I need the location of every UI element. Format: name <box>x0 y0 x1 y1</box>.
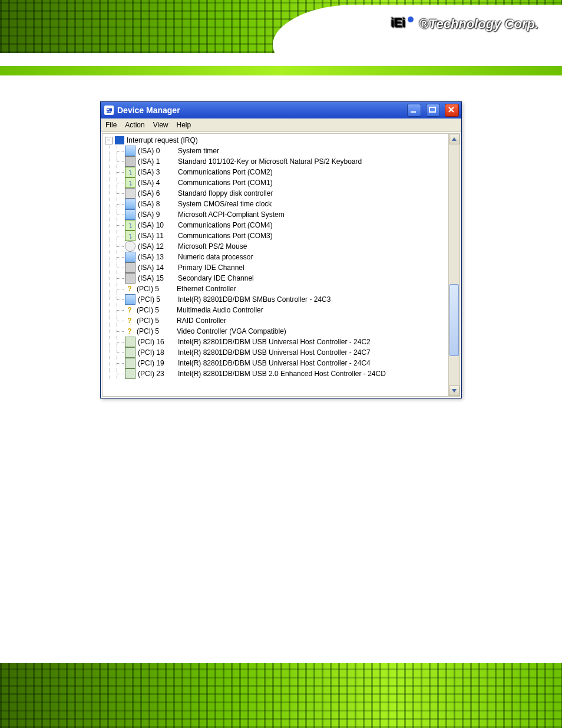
tree-item-bus: (PCI) 16 <box>138 338 178 346</box>
menu-view[interactable]: View <box>153 121 168 129</box>
tree-item-bus: (ISA) 1 <box>138 157 178 166</box>
tree-item-bus: (PCI) 5 <box>137 327 177 335</box>
device-tree[interactable]: − Interrupt request (IRQ) (ISA) 0System … <box>103 134 448 396</box>
device-icon <box>125 241 135 252</box>
tree-item-label: Communications Port (COM2) <box>178 168 273 176</box>
device-icon <box>125 273 135 284</box>
tree-item-bus: (PCI) 5 <box>138 295 178 304</box>
tree-item-bus: (ISA) 15 <box>138 274 178 282</box>
scroll-up-button[interactable] <box>449 134 459 144</box>
tree-item[interactable]: (ISA) 6Standard floppy disk controller <box>105 188 448 199</box>
menu-action[interactable]: Action <box>125 121 144 129</box>
tree-item[interactable]: ?(PCI) 5Video Controller (VGA Compatible… <box>105 326 448 337</box>
device-manager-window: 🖳 Device Manager File Action View Help −… <box>100 101 462 398</box>
tree-item[interactable]: (PCI) 23Intel(R) 82801DB/DBM USB 2.0 Enh… <box>105 368 448 379</box>
brand-block: ®Technology Corp. <box>389 14 538 34</box>
tree-item-label: Intel(R) 82801DB/DBM SMBus Controller - … <box>178 295 330 304</box>
tree-item[interactable]: (PCI) 16Intel(R) 82801DB/DBM USB Univers… <box>105 337 448 347</box>
warning-icon: ? <box>125 327 134 336</box>
tree-item-bus: (ISA) 0 <box>138 147 178 155</box>
tree-item-bus: (ISA) 8 <box>138 200 178 208</box>
scroll-track[interactable] <box>449 144 459 386</box>
tree-item-label: Standard 101/102-Key or Microsoft Natura… <box>178 157 362 166</box>
tree-item[interactable]: ?(PCI) 5Ethernet Controller <box>105 284 448 294</box>
tree-item-bus: (ISA) 3 <box>138 168 178 176</box>
tree-item-bus: (PCI) 5 <box>137 306 177 314</box>
tree-root-label: Interrupt request (IRQ) <box>127 136 198 144</box>
device-icon <box>125 347 135 358</box>
device-icon <box>125 252 135 262</box>
device-icon <box>125 167 135 177</box>
tree-item[interactable]: (ISA) 11Communications Port (COM3) <box>105 230 448 241</box>
tree-item-bus: (PCI) 23 <box>138 370 178 378</box>
window-titlebar[interactable]: 🖳 Device Manager <box>101 102 461 118</box>
tree-item-label: Communications Port (COM1) <box>178 179 273 187</box>
menubar: File Action View Help <box>101 118 461 132</box>
warning-icon: ? <box>125 316 134 325</box>
tree-item-bus: (ISA) 11 <box>138 232 178 240</box>
tree-item-label: Intel(R) 82801DB/DBM USB Universal Host … <box>178 338 371 346</box>
tree-item[interactable]: (ISA) 14Primary IDE Channel <box>105 262 448 273</box>
tree-item-label: Video Controller (VGA Compatible) <box>177 327 286 335</box>
tree-item[interactable]: (ISA) 3Communications Port (COM2) <box>105 167 448 177</box>
tree-item-bus: (ISA) 10 <box>138 221 178 229</box>
tree-item-label: Communications Port (COM4) <box>178 221 273 229</box>
scroll-down-button[interactable] <box>449 386 459 396</box>
device-icon <box>125 156 135 167</box>
tree-item-label: Microsoft ACPI-Compliant System <box>178 210 285 219</box>
device-manager-icon: 🖳 <box>104 106 114 115</box>
tree-item[interactable]: (ISA) 9Microsoft ACPI-Compliant System <box>105 209 448 220</box>
tree-item-label: Multimedia Audio Controller <box>177 306 263 314</box>
tree-item-label: Intel(R) 82801DB/DBM USB Universal Host … <box>178 348 371 357</box>
page-header-accent-bar <box>0 66 562 75</box>
tree-item-label: Communications Port (COM3) <box>178 232 273 240</box>
tree-item[interactable]: ?(PCI) 5RAID Controller <box>105 315 448 326</box>
svg-rect-1 <box>429 107 435 112</box>
tree-item[interactable]: (ISA) 10Communications Port (COM4) <box>105 220 448 230</box>
tree-item[interactable]: (PCI) 18Intel(R) 82801DB/DBM USB Univers… <box>105 347 448 358</box>
menu-help[interactable]: Help <box>177 121 191 129</box>
warning-icon: ? <box>125 284 134 294</box>
tree-item[interactable]: (ISA) 13Numeric data processor <box>105 252 448 262</box>
tree-item-label: System timer <box>178 147 219 155</box>
tree-item[interactable]: (PCI) 5Intel(R) 82801DB/DBM SMBus Contro… <box>105 294 448 305</box>
tree-item-label: RAID Controller <box>177 317 226 325</box>
tree-item-label: Intel(R) 82801DB/DBM USB 2.0 Enhanced Ho… <box>178 370 386 378</box>
irq-category-icon <box>115 136 124 144</box>
tree-item[interactable]: (PCI) 19Intel(R) 82801DB/DBM USB Univers… <box>105 358 448 368</box>
tree-item-label: Microsoft PS/2 Mouse <box>178 242 247 251</box>
close-button[interactable] <box>445 104 459 117</box>
collapse-icon[interactable]: − <box>105 137 113 144</box>
tree-item[interactable]: ?(PCI) 5Multimedia Audio Controller <box>105 305 448 315</box>
tree-item[interactable]: (ISA) 8System CMOS/real time clock <box>105 199 448 209</box>
minimize-button[interactable] <box>407 104 421 117</box>
tree-area: − Interrupt request (IRQ) (ISA) 0System … <box>102 133 460 397</box>
device-icon <box>125 230 135 241</box>
tree-item[interactable]: (ISA) 12Microsoft PS/2 Mouse <box>105 241 448 252</box>
tree-item-bus: (PCI) 5 <box>137 317 177 325</box>
device-icon <box>125 220 135 230</box>
device-icon <box>125 209 135 220</box>
tree-item[interactable]: (ISA) 15Secondary IDE Channel <box>105 273 448 284</box>
tree-root-row[interactable]: − Interrupt request (IRQ) <box>105 136 448 146</box>
scroll-thumb[interactable] <box>449 284 459 356</box>
device-icon <box>125 337 135 347</box>
tree-item-label: Numeric data processor <box>178 253 253 261</box>
tree-item-bus: (ISA) 4 <box>138 179 178 187</box>
tree-item[interactable]: (ISA) 4Communications Port (COM1) <box>105 177 448 188</box>
tree-item-label: Intel(R) 82801DB/DBM USB Universal Host … <box>178 359 371 367</box>
device-icon <box>125 199 135 209</box>
tree-item-bus: (PCI) 5 <box>137 285 177 293</box>
page-footer-decoration <box>0 663 562 728</box>
tree-item[interactable]: (ISA) 1Standard 101/102-Key or Microsoft… <box>105 156 448 167</box>
device-icon <box>125 177 135 188</box>
menu-file[interactable]: File <box>105 121 117 129</box>
device-icon <box>125 146 135 156</box>
maximize-button[interactable] <box>426 104 440 117</box>
tree-item[interactable]: (ISA) 0System timer <box>105 146 448 156</box>
tree-item-label: Ethernet Controller <box>177 285 236 293</box>
device-icon <box>125 262 135 273</box>
vertical-scrollbar[interactable] <box>448 134 459 396</box>
tree-item-bus: (ISA) 6 <box>138 189 178 197</box>
tree-item-bus: (PCI) 19 <box>138 359 178 367</box>
